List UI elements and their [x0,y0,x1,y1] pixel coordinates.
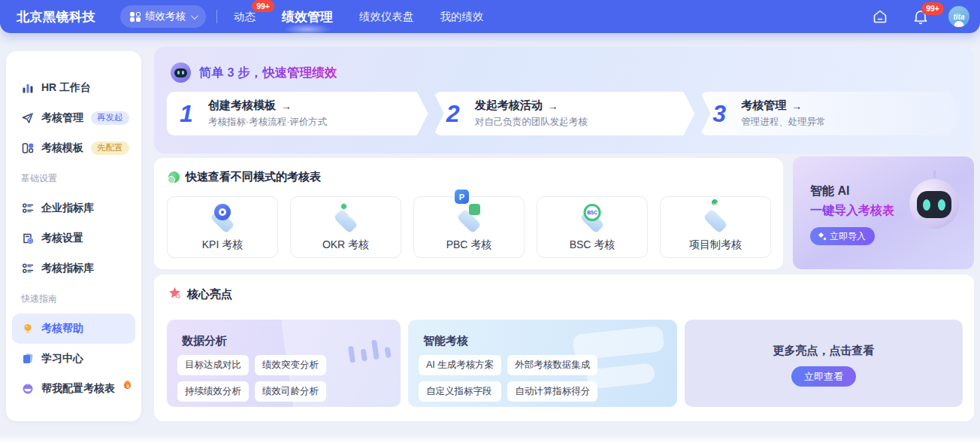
steps-banner: 简单 3 步，快速管理绩效 1 创建考核模板 → 考核指标·考核流程·评价方式 … [154,47,974,153]
step-title: 考核管理 [741,99,786,113]
app-switcher[interactable]: 绩效考核 [120,5,206,28]
robot-mascot [909,179,959,229]
arrow-right-icon: → [548,100,558,112]
doc-gear-icon [21,232,34,245]
mode-card-label: OKR 考核 [322,238,369,252]
step-number: 2 [446,100,475,128]
sidebar-item-review-settings[interactable]: 考核设置 [6,223,141,253]
nav-item-label: 我的绩效 [440,11,484,23]
step-card-create-template[interactable]: 1 创建考核模板 → 考核指标·考核流程·评价方式 [167,92,428,135]
mode-card-project[interactable]: 项目制考核 [660,196,771,258]
section-title: 核心亮点 [187,287,232,302]
ai-import-panel[interactable]: 智能 AI 一键导入考核表 立即导入 [793,156,974,269]
highlight-card-title: 数据分析 [182,334,227,348]
notification-count-badge: 99+ [252,0,274,12]
page: 北京黑镜科技 绩效考核 动态 99+ 绩效管理 绩效仪表盘 我的绩效 [0,0,980,443]
banner-title: 简单 3 步，快速管理绩效 [199,65,337,81]
mode-cards-row: KPI 考核 OKR 考核 P PBC 考核 [167,196,771,258]
feature-tag: 绩效突变分析 [255,355,326,375]
highlights-header: 核心亮点 [168,287,232,302]
avatar[interactable]: tita [948,6,969,27]
sidebar-item-company-indicator-library[interactable]: 企业指标库 [6,193,141,223]
mode-card-bsc[interactable]: BSC BSC 考核 [537,196,648,258]
steps-row: 1 创建考核模板 → 考核指标·考核流程·评价方式 2 发起考核活动 [167,92,961,135]
feature-tag: 持续绩效分析 [177,381,249,402]
mode-card-pbc[interactable]: P PBC 考核 [413,196,525,258]
highlight-cards-row: 数据分析 目标达成对比 绩效突变分析 持续绩效分析 绩效司龄分析 智能考核 AI… [167,320,963,407]
step-card-launch-review[interactable]: 2 发起考核活动 → 对自己负责的团队发起考核 [434,92,695,135]
highlight-card-data-analysis[interactable]: 数据分析 目标达成对比 绩效突变分析 持续绩效分析 绩效司龄分析 [167,320,401,407]
step-number: 1 [180,100,208,128]
highlights-section: 核心亮点 数据分析 目标达成对比 绩效突变分析 持续绩效分析 绩效司龄分析 [154,275,974,421]
mode-card-kpi[interactable]: KPI 考核 [167,196,278,258]
top-navbar: 北京黑镜科技 绩效考核 动态 99+ 绩效管理 绩效仪表盘 我的绩效 [0,0,980,33]
sidebar-item-label: 帮我配置考核表 [41,382,115,396]
sidebar-item-label: 考核模板 [41,141,83,155]
bar-chart-icon [21,82,34,95]
nav-item-feed[interactable]: 动态 99+ [232,7,257,27]
nav-links: 动态 99+ 绩效管理 绩效仪表盘 我的绩效 [232,5,485,29]
mode-card-okr[interactable]: OKR 考核 [290,196,401,258]
quickview-section: 快速查看不同模式的考核表 KPI 考核 OKR 考核 [154,158,783,269]
step-title: 发起考核活动 [475,99,543,113]
highlight-card-more[interactable]: 更多亮点，点击查看 立即查看 [685,320,963,407]
sidebar-item-review-template[interactable]: 考核模板 先配置 [6,133,141,163]
nav-item-performance-management[interactable]: 绩效管理 [280,5,334,29]
sidebar-item-label: 考核指标库 [41,262,94,275]
mode-card-label: BSC 考核 [570,238,616,252]
mode-card-label: KPI 考核 [202,238,243,252]
chevron-down-icon [191,12,198,20]
lightbulb-icon [21,323,34,335]
sidebar-item-badge: 再发起 [91,111,129,125]
step-description: 管理进程、处理异常 [741,116,826,129]
sidebar-item-learning-center[interactable]: 学习中心 [6,344,141,374]
sidebar-item-review-indicator-library[interactable]: 考核指标库 [6,253,141,284]
sidebar-item-hr-workbench[interactable]: HR 工作台 [6,73,141,103]
ai-panel-title: 智能 AI [810,184,849,199]
pbc-p-icon: P [451,202,487,234]
sidebar-item-review-help[interactable]: 考核帮助 [12,314,135,344]
app-switcher-label: 绩效考核 [145,10,186,23]
nav-item-label: 绩效管理 [282,10,333,24]
paper-plane-icon [21,112,34,125]
bsc-ring-icon: BSC [574,202,610,234]
sidebar-item-label: 学习中心 [41,352,83,366]
nav-item-label: 动态 [234,11,256,23]
bell-icon[interactable]: 99+ [912,8,929,25]
step-description: 考核指标·考核流程·评价方式 [208,116,327,129]
highlight-card-smart-review[interactable]: 智能考核 AI 生成考核方案 外部考核数据集成 自定义指标字段 自动计算指标得分 [408,320,677,407]
feature-tag: AI 生成考核方案 [419,355,501,375]
section-title: 快速查看不同模式的考核表 [186,170,321,184]
project-doc-check-icon [697,202,733,234]
banner-header: 简单 3 步，快速管理绩效 [171,62,337,83]
step-card-manage-review[interactable]: 3 考核管理 → 管理进程、处理异常 [700,92,961,135]
feature-tags: AI 生成考核方案 外部考核数据集成 自定义指标字段 自动计算指标得分 [419,355,597,402]
quickview-header: 快速查看不同模式的考核表 [168,170,321,184]
feature-tag: 目标达成对比 [177,355,249,375]
nav-divider [216,10,217,23]
feature-tag: 自定义指标字段 [419,381,501,402]
nav-right: 99+ tita [872,6,980,27]
sidebar-item-label: 考核帮助 [41,322,83,335]
sidebar-item-label: 企业指标库 [41,202,94,215]
home-icon[interactable] [872,8,888,25]
nav-item-my-performance[interactable]: 我的绩效 [439,7,485,27]
brand-logo: 北京黑镜科技 [17,8,95,26]
indicator-library-icon [21,262,34,275]
more-highlights-text: 更多亮点，点击查看 [685,344,963,358]
import-now-button[interactable]: 立即导入 [810,227,875,245]
sidebar-item-review-management[interactable]: 考核管理 再发起 [6,103,141,133]
step-number: 3 [712,100,741,128]
books-icon [21,353,34,366]
view-now-button[interactable]: 立即查看 [791,366,856,387]
sidebar-item-label: 考核管理 [41,111,83,125]
apps-grid-icon [130,12,140,22]
arrow-right-icon: → [791,100,802,112]
kpi-target-icon [204,202,240,234]
nav-item-label: 绩效仪表盘 [359,11,414,23]
green-orb-icon [168,171,180,183]
nav-item-performance-dashboard[interactable]: 绩效仪表盘 [358,7,416,27]
indicator-library-icon [21,202,34,215]
sparkle-icon [819,233,826,240]
sidebar-item-help-me-configure[interactable]: 帮我配置考核表 [6,374,141,404]
